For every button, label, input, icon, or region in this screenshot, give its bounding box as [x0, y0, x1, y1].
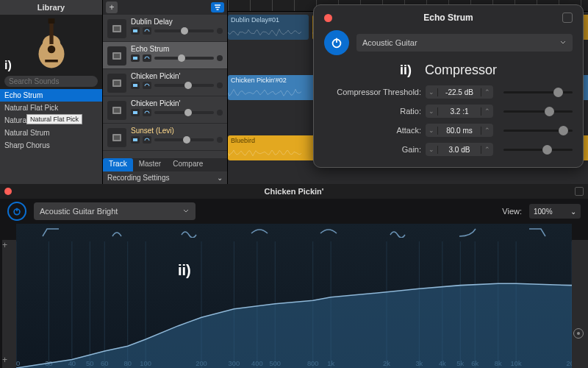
expand-icon[interactable] — [575, 187, 584, 196]
pan-knob[interactable] — [217, 55, 223, 61]
power-icon — [12, 207, 21, 216]
compressor-preset-dropdown[interactable]: Acoustic Guitar — [356, 34, 573, 52]
headphones-button[interactable] — [143, 136, 151, 144]
compressor-heading: Compressor — [425, 63, 497, 78]
compressor-param: Ratio: ⌄ 3.2 :1 ⌃ — [324, 105, 573, 118]
compressor-param: Compressor Threshold: ⌄ -22.5 dB ⌃ — [324, 85, 573, 99]
tab-track[interactable]: Track — [103, 158, 133, 171]
track-row[interactable]: Sunset (Levi) — [103, 124, 227, 151]
param-label: Gain: — [324, 145, 421, 154]
eq-curve[interactable]: 2030405060801002003004005008001k2k3k4k5k… — [16, 241, 572, 368]
plus-icon[interactable]: + — [2, 355, 7, 365]
param-stepper[interactable]: ⌄ 80.0 ms ⌃ — [426, 124, 493, 137]
headphones-button[interactable] — [143, 54, 151, 62]
track-name: Chicken Pickin' — [131, 72, 223, 80]
chevron-up-icon[interactable]: ⌃ — [481, 88, 493, 96]
volume-slider[interactable] — [154, 29, 214, 32]
chevron-down-icon[interactable]: ⌄ — [426, 127, 437, 134]
param-slider[interactable] — [503, 110, 573, 113]
headphones-button[interactable] — [143, 82, 151, 89]
compressor-preset-label: Acoustic Guitar — [362, 38, 417, 47]
library-item[interactable]: Sharp Chorus — [0, 139, 102, 152]
band-shape-icon — [458, 227, 477, 238]
library-list: Echo StrumNatural Flat PickNatural Rhyth… — [0, 89, 102, 184]
param-stepper[interactable]: ⌄ 3.0 dB ⌃ — [426, 143, 493, 156]
track-icon — [107, 128, 126, 147]
mute-button[interactable] — [131, 82, 140, 89]
pan-knob[interactable] — [217, 110, 223, 116]
eq-band-selector[interactable] — [16, 225, 86, 240]
track-name: Echo Strum — [131, 45, 223, 53]
track-row[interactable]: Chicken Pickin' — [103, 69, 227, 96]
eq-band-selector[interactable] — [433, 225, 503, 240]
param-value: 3.2 :1 — [437, 107, 481, 116]
band-shape-icon — [111, 227, 130, 238]
track-name: Dublin Delay — [131, 18, 223, 26]
annotation-i: i) — [4, 59, 12, 72]
pan-knob[interactable] — [217, 82, 223, 88]
view-dropdown[interactable]: 100% ⌄ — [529, 204, 581, 219]
pan-knob[interactable] — [217, 137, 223, 143]
mute-button[interactable] — [131, 54, 140, 62]
track-name: Chicken Pickin' — [131, 99, 223, 107]
tabs-row: TrackMasterCompare — [103, 158, 227, 171]
recording-settings-label: Recording Settings — [107, 174, 170, 182]
volume-slider[interactable] — [154, 138, 214, 141]
param-label: Ratio: — [324, 107, 421, 116]
param-slider[interactable] — [503, 130, 573, 132]
eq-graph[interactable]: ii) 2030405060801002003004005008001k2k3k… — [16, 224, 572, 368]
eq-band-selector[interactable] — [364, 225, 434, 240]
mute-button[interactable] — [131, 27, 140, 35]
tab-master[interactable]: Master — [133, 158, 168, 171]
volume-slider[interactable] — [154, 57, 214, 60]
track-icon — [107, 101, 126, 120]
close-icon[interactable] — [4, 188, 12, 195]
search-input[interactable] — [4, 76, 98, 87]
pan-knob[interactable] — [217, 28, 223, 34]
headphones-button[interactable] — [143, 27, 151, 35]
track-row[interactable]: Dublin Delay — [103, 15, 227, 42]
eq-band-selector[interactable] — [294, 225, 364, 240]
track-row[interactable]: Chicken Pickin' — [103, 96, 227, 124]
band-shape-icon — [528, 227, 547, 238]
power-button[interactable] — [324, 30, 349, 55]
volume-slider[interactable] — [154, 111, 214, 114]
chevron-up-icon[interactable]: ⌃ — [481, 146, 493, 153]
tab-compare[interactable]: Compare — [167, 158, 209, 171]
library-item[interactable]: Natural RhythmNatural Flat Pick — [0, 114, 102, 127]
eq-node-handle[interactable] — [573, 328, 584, 339]
expand-icon[interactable] — [562, 13, 573, 23]
param-stepper[interactable]: ⌄ -22.5 dB ⌃ — [426, 85, 493, 99]
chevron-down-icon[interactable]: ⌄ — [426, 146, 437, 153]
recording-settings-row[interactable]: Recording Settings ⌄ — [103, 171, 227, 184]
track-icon — [107, 19, 126, 38]
chevron-down-icon[interactable]: ⌄ — [426, 107, 437, 115]
eq-band-selector[interactable] — [155, 225, 225, 240]
param-stepper[interactable]: ⌄ 3.2 :1 ⌃ — [426, 105, 493, 118]
headphones-button[interactable] — [143, 109, 151, 116]
track-row[interactable]: Echo Strum — [103, 42, 227, 69]
library-item[interactable]: Echo Strum — [0, 89, 102, 102]
chevron-down-icon[interactable]: ⌄ — [426, 88, 437, 96]
svg-rect-8 — [133, 29, 137, 32]
add-track-button[interactable]: + — [106, 1, 118, 13]
audio-region[interactable]: Dublin Delay#01 — [228, 15, 309, 40]
chevron-up-icon[interactable]: ⌃ — [481, 127, 493, 134]
library-item[interactable]: Natural Flat Pick — [0, 102, 102, 114]
eq-band-selector[interactable] — [503, 225, 573, 240]
tracks-footer: TrackMasterCompare Recording Settings ⌄ — [103, 158, 227, 184]
param-slider[interactable] — [503, 149, 573, 151]
band-shape-icon — [389, 227, 408, 238]
chevron-up-icon[interactable]: ⌃ — [481, 107, 493, 115]
eq-power-button[interactable] — [7, 202, 26, 221]
eq-band-selector[interactable] — [225, 225, 295, 240]
close-icon[interactable] — [324, 14, 332, 22]
param-slider[interactable] — [503, 91, 573, 93]
mute-button[interactable] — [131, 136, 140, 144]
eq-band-selector[interactable] — [86, 225, 156, 240]
volume-slider[interactable] — [154, 84, 214, 87]
filter-button[interactable] — [211, 2, 224, 13]
eq-preset-dropdown[interactable]: Acoustic Guitar Bright — [34, 202, 196, 220]
mute-button[interactable] — [131, 109, 140, 116]
library-item[interactable]: Natural Strum — [0, 127, 102, 139]
